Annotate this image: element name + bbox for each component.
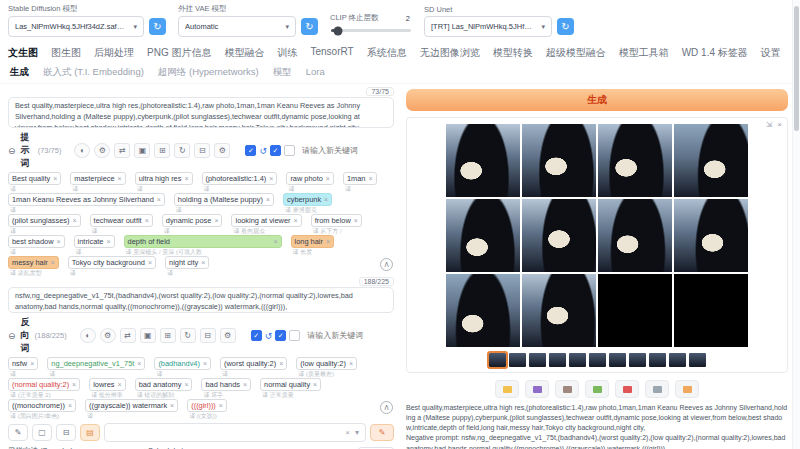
autotranslate-checkbox[interactable]: ✓ — [251, 330, 262, 341]
sub-tab[interactable]: 模型 — [273, 66, 292, 79]
remove-tag-icon[interactable]: × — [368, 175, 372, 182]
paste-style-icon[interactable]: ▤ — [80, 424, 100, 441]
tag-chip[interactable]: masterpiece× — [70, 172, 125, 185]
tag-chip[interactable]: normal quality× — [260, 378, 321, 391]
remove-tag-icon[interactable]: × — [145, 217, 149, 224]
remove-tag-icon[interactable]: × — [354, 217, 358, 224]
main-tab[interactable]: 超级模型融合 — [546, 46, 606, 60]
copy-icon[interactable]: ▣ — [134, 143, 150, 158]
refresh-unet-button[interactable]: ↻ — [557, 18, 574, 35]
tag-chip[interactable]: (worst quality:2)× — [220, 357, 287, 370]
main-tab[interactable]: 图生图 — [51, 46, 81, 60]
tag-chip[interactable]: dynamic pose× — [162, 214, 223, 227]
scrollbar-thumb[interactable] — [794, 6, 799, 131]
clear-icon[interactable]: × — [345, 428, 350, 437]
translate-icon[interactable]: ◐ — [80, 328, 96, 343]
collapse-tags-icon[interactable]: ᐱ — [380, 258, 393, 271]
tag-chip[interactable]: night city× — [165, 256, 209, 269]
remove-tag-icon[interactable]: × — [324, 196, 328, 203]
new-keyword-input[interactable] — [300, 145, 394, 156]
remove-tag-icon[interactable]: × — [269, 175, 273, 182]
history-icon[interactable]: ↺ — [265, 331, 273, 341]
main-tab[interactable]: 设置 — [761, 46, 781, 60]
generated-image[interactable] — [446, 274, 520, 347]
remove-tag-icon[interactable]: × — [30, 360, 34, 367]
swap-icon[interactable]: ⇄ — [120, 328, 136, 343]
result-thumbnail[interactable] — [509, 353, 526, 367]
remove-tag-icon[interactable]: × — [326, 238, 330, 245]
tag-chip[interactable]: lowres× — [89, 378, 125, 391]
remove-tag-icon[interactable]: × — [201, 259, 205, 266]
main-tab[interactable]: TensorRT — [310, 46, 353, 60]
tag-chip[interactable]: (badhandv4)× — [154, 357, 211, 370]
generated-image[interactable] — [446, 199, 520, 272]
sub-tab[interactable]: 超网络 (Hypernetworks) — [158, 66, 259, 79]
section-toggle-icon[interactable]: ⊖ — [8, 146, 16, 156]
tag-chip[interactable]: best shadow× — [8, 235, 65, 248]
tag-chip[interactable]: (((girl)))× — [187, 399, 227, 412]
remove-tag-icon[interactable]: × — [214, 217, 218, 224]
history-icon[interactable]: ↺ — [259, 146, 267, 156]
tag-chip[interactable]: intricate× — [74, 235, 115, 248]
tag-chip[interactable]: Best quality× — [8, 172, 61, 185]
settings-icon[interactable]: ⚙ — [94, 143, 110, 158]
sync-checkbox[interactable]: ✓ — [270, 145, 281, 156]
remove-tag-icon[interactable]: × — [72, 381, 76, 388]
result-thumbnail[interactable] — [629, 353, 646, 367]
result-thumbnail[interactable] — [689, 353, 706, 367]
styles-dropdown[interactable]: × ▾ — [104, 423, 366, 442]
autotranslate-checkbox[interactable]: ✓ — [245, 145, 256, 156]
remove-tag-icon[interactable]: × — [219, 402, 223, 409]
sync-checkbox[interactable]: ✓ — [275, 330, 286, 341]
refresh-vae-button[interactable]: ↻ — [301, 18, 318, 35]
edit-styles-button[interactable]: ✎ — [370, 424, 394, 441]
generated-image[interactable] — [598, 124, 672, 197]
remove-tag-icon[interactable]: × — [137, 360, 141, 367]
remove-tag-icon[interactable]: × — [203, 360, 207, 367]
save-zip-button[interactable] — [555, 380, 579, 398]
tag-chip[interactable]: (photorealistic:1.4)× — [202, 172, 278, 185]
page-scrollbar[interactable] — [792, 0, 800, 449]
main-tab[interactable]: 后期处理 — [94, 46, 134, 60]
tag-chip[interactable]: bad anatomy× — [135, 378, 193, 391]
trash-icon[interactable]: ⊟ — [194, 143, 210, 158]
tag-chip[interactable]: ultra high res× — [135, 172, 193, 185]
tag-chip[interactable]: long hair× — [291, 235, 334, 248]
collapse-tags-icon[interactable]: ᐱ — [380, 401, 393, 414]
main-tab[interactable]: 训练 — [277, 46, 297, 60]
tag-chip[interactable]: looking at viewer× — [231, 214, 301, 227]
tag-chip[interactable]: cyberpunk× — [283, 193, 332, 206]
tag-chip[interactable]: ng_deepnegative_v1_75t× — [47, 357, 145, 370]
main-tab[interactable]: WD 1.4 标签器 — [682, 46, 748, 60]
gear-icon[interactable]: ⚙ — [214, 143, 230, 158]
copy-icon[interactable]: ▣ — [140, 328, 156, 343]
refresh-icon[interactable]: ↻ — [180, 328, 196, 343]
result-thumbnail[interactable] — [489, 353, 506, 367]
remove-tag-icon[interactable]: × — [170, 402, 174, 409]
remove-tag-icon[interactable]: × — [279, 360, 283, 367]
result-thumbnail[interactable] — [669, 353, 686, 367]
grid-icon[interactable]: ⊞ — [160, 328, 176, 343]
tag-chip[interactable]: nsfw× — [8, 357, 38, 370]
remove-tag-icon[interactable]: × — [349, 360, 353, 367]
remove-tag-icon[interactable]: × — [106, 238, 110, 245]
sub-tab[interactable]: Lora — [306, 66, 325, 79]
negative-prompt-textarea[interactable]: nsfw,ng_deepnegative_v1_75t,(badhandv4),… — [8, 287, 394, 313]
result-thumbnail[interactable] — [529, 353, 546, 367]
prompt-textarea[interactable]: Best quality,masterpiece,ultra high res,… — [8, 97, 394, 128]
generated-image[interactable] — [674, 124, 748, 197]
tag-chip[interactable]: (normal quality:2)× — [8, 378, 80, 391]
main-tab[interactable]: 无边图像浏览 — [420, 46, 480, 60]
settings-icon[interactable]: ⚙ — [100, 328, 116, 343]
tag-chip[interactable]: raw photo× — [286, 172, 334, 185]
remove-tag-icon[interactable]: × — [266, 196, 270, 203]
remove-tag-icon[interactable]: × — [57, 238, 61, 245]
remove-tag-icon[interactable]: × — [273, 238, 277, 245]
remove-tag-icon[interactable]: × — [118, 381, 122, 388]
tag-chip[interactable]: 1man Keanu Reeves as Johnny Silverhand× — [8, 193, 165, 206]
main-tab[interactable]: 模型转换 — [493, 46, 533, 60]
tag-chip[interactable]: (pilot sunglasses)× — [8, 214, 81, 227]
clip-skip-slider[interactable] — [331, 29, 411, 32]
tag-chip[interactable]: ((grayscale)) watermark× — [85, 399, 178, 412]
result-thumbnail[interactable] — [589, 353, 606, 367]
